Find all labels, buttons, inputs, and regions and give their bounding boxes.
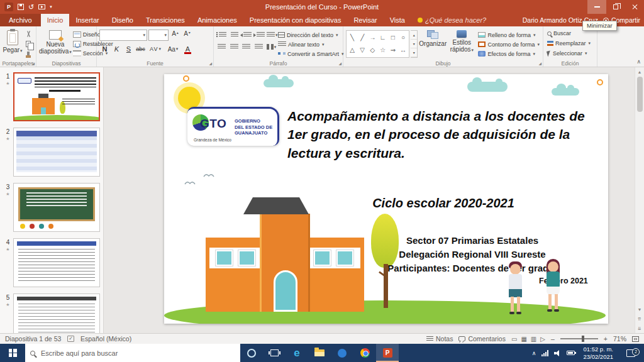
underline-button[interactable]: S xyxy=(123,44,134,55)
network-icon[interactable] xyxy=(541,350,548,356)
paste-button[interactable]: Pegar▾ xyxy=(3,28,23,59)
slide-title-textbox[interactable]: Acompañamiento a distancia a los docente… xyxy=(287,107,599,162)
start-button[interactable] xyxy=(0,344,25,362)
decrease-indent-button[interactable] xyxy=(240,30,252,40)
chrome-button[interactable] xyxy=(353,344,376,362)
powerpoint-app-icon[interactable]: P xyxy=(4,3,13,11)
taskbar-search-input[interactable] xyxy=(40,349,235,358)
zoom-slider[interactable] xyxy=(560,338,598,339)
action-center-button[interactable]: 2 xyxy=(621,349,640,357)
format-painter-button[interactable] xyxy=(23,49,34,58)
select-button[interactable]: Seleccionar▾ xyxy=(546,48,595,58)
slide-thumbnail[interactable] xyxy=(13,293,100,333)
decrease-font-button[interactable]: A▾ xyxy=(182,30,192,41)
align-text-button[interactable]: Alinear texto▾ xyxy=(277,40,345,49)
font-size-select[interactable]: ▾ xyxy=(148,30,169,41)
dialog-launcher-icon[interactable]: ◢ xyxy=(31,62,35,65)
shape-option[interactable]: △ xyxy=(348,47,357,54)
volume-icon[interactable] xyxy=(554,350,561,356)
minimize-button[interactable] xyxy=(587,0,606,14)
slide-canvas[interactable]: GTO Grandeza de México GOBIERNO DEL ESTA… xyxy=(164,74,608,324)
tab-diseno[interactable]: Diseño xyxy=(106,14,140,26)
shapes-gallery[interactable]: ╲ ╱ → ∟ □ ○ △ ▽ ◇ ☆ ⇒ ↔ xyxy=(346,30,409,58)
shape-option[interactable]: ○ xyxy=(399,34,408,41)
cut-button[interactable] xyxy=(23,30,34,39)
text-direction-button[interactable]: Dirección del texto▾ xyxy=(277,30,345,40)
bullets-button[interactable] xyxy=(216,30,226,40)
shape-option[interactable]: ∟ xyxy=(379,34,387,41)
slide-thumbnail[interactable] xyxy=(13,72,100,121)
columns-button[interactable]: ▾ xyxy=(266,42,277,52)
powerpoint-taskbar-button[interactable]: P xyxy=(376,344,399,362)
shape-outline-button[interactable]: Contorno de forma▾ xyxy=(477,40,541,49)
close-button[interactable] xyxy=(625,0,644,14)
shape-option[interactable]: ⇒ xyxy=(389,47,397,54)
dialog-launcher-icon[interactable]: ◢ xyxy=(209,62,212,65)
collapse-ribbon-icon[interactable]: ∧ xyxy=(636,58,641,65)
shape-option[interactable]: □ xyxy=(389,34,397,41)
undo-icon[interactable]: ↺ xyxy=(28,4,34,10)
gallery-scroll-down-icon[interactable]: ▾ xyxy=(411,40,417,48)
zoom-slider-thumb[interactable] xyxy=(582,336,584,342)
vertical-scrollbar[interactable]: ▲ ▼ ⇈ ⇊ xyxy=(635,67,644,333)
arrange-button[interactable]: Organizar xyxy=(419,28,447,59)
spellcheck-icon[interactable]: ✓ xyxy=(67,336,74,342)
change-case-button[interactable]: Aa▾ xyxy=(165,44,181,55)
italic-button[interactable]: K xyxy=(111,44,122,55)
fit-to-window-icon[interactable] xyxy=(632,336,639,342)
numbering-button[interactable] xyxy=(228,30,238,40)
tab-vista[interactable]: Vista xyxy=(384,14,411,26)
tab-transiciones[interactable]: Transiciones xyxy=(140,14,191,26)
dialog-launcher-icon[interactable]: ◢ xyxy=(538,62,541,65)
character-spacing-button[interactable]: AV▾ xyxy=(147,44,164,55)
app-button[interactable] xyxy=(331,344,353,362)
replace-button[interactable]: Reemplazar▾ xyxy=(546,38,595,48)
shape-option[interactable]: → xyxy=(368,34,377,41)
dialog-launcher-icon[interactable]: ◢ xyxy=(338,62,341,65)
start-slideshow-icon[interactable] xyxy=(38,4,45,9)
scroll-up-icon[interactable]: ▲ xyxy=(635,67,644,77)
save-icon[interactable] xyxy=(18,4,24,10)
previous-slide-icon[interactable]: ⇈ xyxy=(635,314,644,324)
gallery-scroll-up-icon[interactable]: ▴ xyxy=(411,31,417,40)
show-hidden-icons-chevron[interactable]: ∧ xyxy=(532,350,536,356)
taskbar-search-box[interactable] xyxy=(25,344,240,362)
customize-qat-icon[interactable]: ▾ xyxy=(50,4,52,9)
comments-button[interactable]: Comentarios xyxy=(458,335,506,343)
shape-option[interactable]: ↔ xyxy=(399,47,408,54)
tab-presentacion[interactable]: Presentación con diapositivas xyxy=(243,14,348,26)
slide-thumbnail[interactable] xyxy=(13,183,100,232)
next-slide-icon[interactable]: ⇊ xyxy=(635,324,644,333)
tab-archivo[interactable]: Archivo xyxy=(0,14,41,26)
increase-font-button[interactable]: A▴ xyxy=(170,30,180,41)
shape-option[interactable]: ╲ xyxy=(348,34,357,41)
line-spacing-button[interactable]: ▾ xyxy=(267,30,278,40)
convert-smartart-button[interactable]: Convertir a SmartArt▾ xyxy=(277,49,345,58)
shape-effects-button[interactable]: Efectos de forma▾ xyxy=(477,49,541,58)
copy-button[interactable] xyxy=(23,40,34,49)
reading-view-icon[interactable]: ▥ xyxy=(531,336,536,343)
align-left-button[interactable] xyxy=(216,42,227,52)
tab-inicio[interactable]: Inicio xyxy=(41,14,70,26)
taskbar-clock[interactable]: 01:52 p. m. 23/02/2021 xyxy=(580,346,616,360)
increase-indent-button[interactable] xyxy=(253,30,265,40)
bold-button[interactable]: N xyxy=(99,44,110,55)
shape-option[interactable]: ╱ xyxy=(358,34,367,41)
zoom-level[interactable]: 71% xyxy=(613,335,626,343)
task-view-button[interactable] xyxy=(263,344,286,362)
edge-button[interactable]: e xyxy=(286,344,308,362)
strikethrough-button[interactable]: abc xyxy=(135,44,146,55)
cortana-button[interactable] xyxy=(240,344,263,362)
slide-sorter-view-icon[interactable]: ▦ xyxy=(521,336,526,343)
font-name-select[interactable]: ▾ xyxy=(99,30,147,41)
scrollbar-thumb[interactable] xyxy=(637,77,643,112)
scroll-down-icon[interactable]: ▼ xyxy=(635,305,644,314)
tab-animaciones[interactable]: Animaciones xyxy=(191,14,243,26)
justify-button[interactable] xyxy=(253,42,264,52)
normal-view-icon[interactable]: ▭ xyxy=(511,336,517,343)
slide-thumbnail[interactable] xyxy=(13,238,100,287)
tell-me-box[interactable]: ¿Qué desea hacer? xyxy=(411,14,492,26)
slide-counter[interactable]: Diapositiva 1 de 53 xyxy=(5,335,61,343)
file-explorer-button[interactable] xyxy=(308,344,331,362)
slideshow-view-icon[interactable]: ▷ xyxy=(540,336,545,343)
